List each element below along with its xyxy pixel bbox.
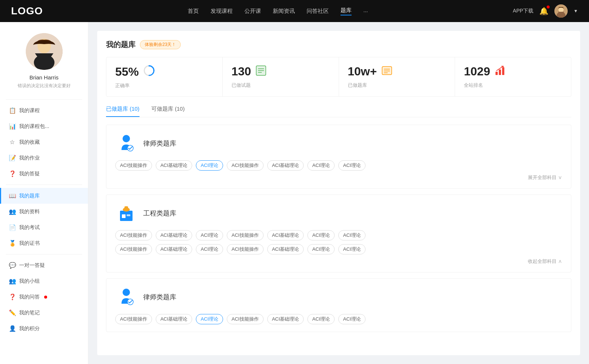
sidebar: Brian Harris 错误的决定比没有决定要好 📋 我的课程 📊 我的课程包… <box>0 22 88 364</box>
page-header: 我的题库 体验剩余23天！ <box>106 40 571 50</box>
profile-avatar-svg <box>26 33 63 70</box>
app-download-link[interactable]: APP下载 <box>513 8 533 14</box>
nav-item-public[interactable]: 公开课 <box>244 8 261 15</box>
sidebar-item-questions[interactable]: ❓ 我的答疑 <box>0 166 88 182</box>
sidebar-item-points[interactable]: 👤 我的积分 <box>0 321 88 336</box>
tab-done[interactable]: 已做题库 (10) <box>106 106 140 117</box>
avatar-image <box>554 4 568 18</box>
bank-tag-3-0[interactable]: ACI技能操作 <box>115 314 152 324</box>
bank-card-header-1: 律师类题库 <box>115 132 562 154</box>
stat-banks-label: 已做题库 <box>348 82 446 89</box>
nav-right: APP下载 🔔 ▼ <box>513 4 578 18</box>
stat-banks-value: 10w+ <box>348 65 377 78</box>
trial-badge: 体验剩余23天！ <box>140 40 181 49</box>
bank-tag-2b-6[interactable]: ACI理论 <box>338 244 366 254</box>
bank-tag-1-3[interactable]: ACI技能操作 <box>227 160 264 171</box>
sidebar-item-exam[interactable]: 📄 我的考试 <box>0 220 88 235</box>
stat-accuracy-value: 55% <box>115 65 139 79</box>
done-svg <box>255 65 267 76</box>
bank-tag-2-0[interactable]: ACI技能操作 <box>115 230 152 240</box>
profile-name: Brian Harris <box>29 74 59 81</box>
svg-point-27 <box>123 289 130 296</box>
bank-tag-2-3[interactable]: ACI技能操作 <box>227 230 264 240</box>
expand-link-2[interactable]: 收起全部科目 ∧ <box>115 258 562 265</box>
nav-item-news[interactable]: 新闻资讯 <box>273 8 295 15</box>
nav-item-qa[interactable]: 问答社区 <box>307 8 329 15</box>
main-container: Brian Harris 错误的决定比没有决定要好 📋 我的课程 📊 我的课程包… <box>0 0 589 364</box>
bank-tag-2-2[interactable]: ACI理论 <box>196 230 223 240</box>
sidebar-item-homework[interactable]: 📝 我的作业 <box>0 150 88 166</box>
bank-tag-1-6[interactable]: ACI理论 <box>338 160 366 171</box>
sidebar-item-certificate[interactable]: 🏅 我的证书 <box>0 235 88 251</box>
bank-tag-2-4[interactable]: ACI基础理论 <box>267 230 304 240</box>
profile-avatar <box>26 33 63 70</box>
bank-card-header-3: 律师类题库 <box>115 286 562 308</box>
nav-item-home[interactable]: 首页 <box>188 8 199 15</box>
svg-rect-25 <box>122 214 126 218</box>
stat-rank: 1029 全站排名 <box>455 57 571 96</box>
bank-tag-2b-1[interactable]: ACI基础理论 <box>156 244 193 254</box>
bank-tag-2b-0[interactable]: ACI技能操作 <box>115 244 152 254</box>
bank-tag-2b-2[interactable]: ACI理论 <box>196 244 223 254</box>
bank-tag-3-5[interactable]: ACI理论 <box>307 314 335 324</box>
bank-tag-1-1[interactable]: ACI基础理论 <box>156 160 193 171</box>
sidebar-item-group[interactable]: 👥 我的小组 <box>0 273 88 289</box>
nav-item-more[interactable]: ··· <box>363 8 368 14</box>
questions-icon: ❓ <box>9 170 15 177</box>
one-on-one-icon: 💬 <box>9 262 15 269</box>
main-content: 我的题库 体验剩余23天！ 55% <box>88 22 589 364</box>
bank-tag-2b-3[interactable]: ACI技能操作 <box>227 244 264 254</box>
svg-point-20 <box>123 135 130 142</box>
nav-item-bank[interactable]: 题库 <box>341 7 352 15</box>
bank-tag-2-5[interactable]: ACI理论 <box>307 230 335 240</box>
banks-icon <box>381 65 392 78</box>
tab-todo[interactable]: 可做题库 (10) <box>151 106 185 117</box>
sidebar-divider-1 <box>6 99 82 100</box>
stat-accuracy-top: 55% <box>115 65 214 79</box>
sidebar-item-profile[interactable]: 👥 我的资料 <box>0 204 88 220</box>
bank-tag-2-1[interactable]: ACI基础理论 <box>156 230 193 240</box>
tabs: 已做题库 (10) 可做题库 (10) <box>106 106 571 117</box>
bank-tags-2a: ACI技能操作 ACI基础理论 ACI理论 ACI技能操作 ACI基础理论 AC… <box>115 230 562 240</box>
exam-icon: 📄 <box>9 224 15 231</box>
points-icon: 👤 <box>9 325 15 332</box>
bank-icon: 📖 <box>9 192 15 199</box>
sidebar-item-course[interactable]: 📋 我的课程 <box>0 103 88 118</box>
bank-tag-3-4[interactable]: ACI基础理论 <box>267 314 304 324</box>
stat-rank-label: 全站排名 <box>464 82 562 89</box>
stat-banks: 10w+ 已做题库 <box>339 57 455 96</box>
engineer-icon <box>115 202 137 224</box>
stat-rank-value: 1029 <box>464 65 490 78</box>
bank-tag-1-0[interactable]: ACI技能操作 <box>115 160 152 171</box>
bank-tag-2-6[interactable]: ACI理论 <box>338 230 366 240</box>
avatar-svg <box>554 4 568 18</box>
bank-tag-1-4[interactable]: ACI基础理论 <box>267 160 304 171</box>
bank-title-1: 律师类题库 <box>143 139 176 148</box>
bank-tags-2b: ACI技能操作 ACI基础理论 ACI理论 ACI技能操作 ACI基础理论 AC… <box>115 244 562 254</box>
stat-done-top: 130 <box>232 65 330 78</box>
bank-tag-3-3[interactable]: ACI技能操作 <box>227 314 264 324</box>
bank-tag-2b-4[interactable]: ACI基础理论 <box>267 244 304 254</box>
bank-tag-1-2[interactable]: ACI理论 <box>196 160 223 171</box>
bank-tag-3-2[interactable]: ACI理论 <box>196 314 223 324</box>
sidebar-item-notes[interactable]: ✏️ 我的笔记 <box>0 305 88 321</box>
sidebar-item-myqa[interactable]: ❓ 我的问答 <box>0 289 88 305</box>
nav-chevron-icon[interactable]: ▼ <box>574 8 578 14</box>
bank-card-lawyer-1: 律师类题库 ACI技能操作 ACI基础理论 ACI理论 ACI技能操作 ACI基… <box>106 125 571 189</box>
bank-tag-3-6[interactable]: ACI理论 <box>338 314 366 324</box>
expand-link-1[interactable]: 展开全部科目 ∨ <box>115 174 562 181</box>
sidebar-item-coursepack[interactable]: 📊 我的课程包... <box>0 118 88 134</box>
user-avatar[interactable] <box>554 4 568 18</box>
bank-tag-3-1[interactable]: ACI基础理论 <box>156 314 193 324</box>
bank-tag-2b-5[interactable]: ACI理论 <box>307 244 335 254</box>
sidebar-item-bank[interactable]: 📖 我的题库 <box>0 188 88 204</box>
stat-banks-top: 10w+ <box>348 65 446 78</box>
nav-item-discover[interactable]: 发现课程 <box>211 8 233 15</box>
sidebar-item-favorites[interactable]: ☆ 我的收藏 <box>0 134 88 150</box>
bank-tag-1-5[interactable]: ACI理论 <box>307 160 335 171</box>
lawyer-svg-1 <box>116 133 137 154</box>
notification-bell[interactable]: 🔔 <box>539 7 549 15</box>
myqa-icon: ❓ <box>9 293 15 300</box>
sidebar-profile: Brian Harris 错误的决定比没有决定要好 <box>0 22 88 96</box>
sidebar-item-one-on-one[interactable]: 💬 一对一答疑 <box>0 257 88 273</box>
